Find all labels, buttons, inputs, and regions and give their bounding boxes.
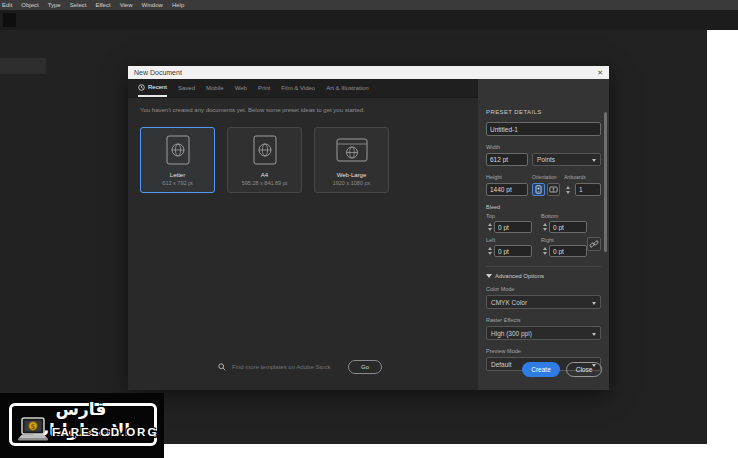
- width-field[interactable]: [486, 153, 528, 166]
- units-select[interactable]: Points: [532, 153, 601, 166]
- landscape-icon: [549, 185, 558, 194]
- preview-mode-value: Default: [491, 361, 512, 368]
- bleed-top-field[interactable]: [494, 221, 532, 233]
- preset-details-panel: PRESET DETAILS Width Points Height Orien…: [478, 79, 609, 390]
- height-label: Height: [486, 174, 532, 180]
- preset-details-header: PRESET DETAILS: [486, 109, 601, 115]
- raster-effects-select[interactable]: High (300 ppi): [486, 326, 601, 340]
- watermark-site-text: FARESCD.ORG: [52, 426, 158, 438]
- tab-mobile[interactable]: Mobile: [206, 79, 224, 97]
- bleed-bottom-label: Bottom: [541, 213, 596, 219]
- stepper-down-icon: [488, 252, 492, 255]
- orientation-portrait-button[interactable]: [532, 183, 545, 196]
- menu-item-help[interactable]: Help: [172, 2, 184, 8]
- bleed-settings: Top Bottom: [486, 213, 601, 257]
- chevron-down-icon: [592, 302, 596, 305]
- preset-name: Web-Large: [337, 172, 367, 178]
- artboards-field[interactable]: [575, 183, 601, 196]
- stepper-down-icon: [566, 191, 570, 194]
- bleed-left-stepper[interactable]: [486, 247, 494, 255]
- close-icon[interactable]: ✕: [597, 69, 603, 76]
- tab-label: Film & Video: [281, 85, 315, 91]
- bleed-bottom-field[interactable]: [549, 221, 587, 233]
- artboards-label: Artboards: [564, 174, 601, 180]
- link-bleed-values-button[interactable]: [587, 237, 601, 251]
- tab-label: Art & Illustration: [326, 85, 368, 91]
- preset-card-letter[interactable]: Letter 612 x 792 pt: [140, 127, 215, 193]
- chevron-down-icon: [592, 159, 596, 162]
- go-button[interactable]: Go: [348, 360, 382, 374]
- preset-dimensions: 595.28 x 841.89 pt: [242, 180, 288, 186]
- stepper-up-icon: [566, 186, 570, 189]
- panel-scrollbar[interactable]: [604, 112, 607, 252]
- dialog-tabs: Recent Saved Mobile Web Print Film & Vid…: [128, 79, 478, 98]
- preset-card-web-large[interactable]: Web-Large 1920 x 1080 px: [314, 127, 389, 193]
- menu-item-object[interactable]: Object: [21, 2, 38, 8]
- tab-film-video[interactable]: Film & Video: [281, 79, 315, 97]
- bleed-top-label: Top: [486, 213, 541, 219]
- chevron-down-icon: [592, 333, 596, 336]
- app-screenshot: Edit Object Type Select Effect View Wind…: [0, 0, 738, 458]
- create-button[interactable]: Create: [522, 362, 560, 377]
- new-document-dialog: New Document ✕ Recent Saved Mobile Web: [128, 66, 609, 390]
- bleed-top-stepper[interactable]: [486, 223, 494, 231]
- preset-name: A4: [261, 172, 268, 178]
- color-mode-label: Color Mode: [486, 286, 601, 292]
- width-label: Width: [486, 144, 601, 150]
- close-button[interactable]: Close: [566, 362, 602, 377]
- clock-icon: [138, 84, 145, 91]
- template-search: Go: [218, 359, 382, 375]
- chevron-down-icon: [486, 274, 492, 278]
- section-divider: [486, 266, 601, 267]
- toolbar-tile[interactable]: [3, 13, 16, 27]
- portrait-icon: [534, 185, 543, 194]
- advanced-options-toggle[interactable]: Advanced Options: [486, 273, 601, 279]
- color-mode-select[interactable]: CMYK Color: [486, 295, 601, 309]
- menu-item-edit[interactable]: Edit: [2, 2, 12, 8]
- tab-recent[interactable]: Recent: [138, 79, 167, 97]
- dialog-body: Recent Saved Mobile Web Print Film & Vid…: [128, 79, 609, 390]
- tab-print[interactable]: Print: [258, 79, 270, 97]
- height-field[interactable]: [486, 183, 528, 196]
- preset-cards: Letter 612 x 792 pt A4: [140, 127, 389, 193]
- tab-saved[interactable]: Saved: [178, 79, 195, 97]
- search-input[interactable]: [232, 364, 342, 370]
- stepper-up-icon: [488, 223, 492, 226]
- artboards-stepper[interactable]: [564, 186, 571, 194]
- menu-item-view[interactable]: View: [120, 2, 133, 8]
- tab-web[interactable]: Web: [235, 79, 247, 97]
- menu-item-effect[interactable]: Effect: [95, 2, 110, 8]
- bleed-bottom-stepper[interactable]: [541, 223, 549, 231]
- bleed-right-field[interactable]: [549, 245, 587, 257]
- bleed-right-stepper[interactable]: [541, 247, 549, 255]
- menu-bar: Edit Object Type Select Effect View Wind…: [0, 0, 738, 10]
- stepper-down-icon: [543, 252, 547, 255]
- menu-item-select[interactable]: Select: [70, 2, 87, 8]
- chain-link-icon: [589, 239, 599, 249]
- stepper-up-icon: [543, 223, 547, 226]
- dialog-title: New Document: [134, 69, 182, 76]
- preset-card-a4[interactable]: A4 595.28 x 841.89 pt: [227, 127, 302, 193]
- orientation-toggle: [532, 183, 560, 196]
- stepper-down-icon: [543, 228, 547, 231]
- tab-label: Web: [235, 85, 247, 91]
- menu-item-type[interactable]: Type: [48, 2, 61, 8]
- document-icon: [166, 135, 190, 165]
- document-icon: [253, 135, 277, 165]
- bleed-left-field[interactable]: [494, 245, 532, 257]
- menu-item-window[interactable]: Window: [142, 2, 163, 8]
- preset-dimensions: 612 x 792 pt: [162, 180, 192, 186]
- document-name-field[interactable]: [486, 122, 601, 136]
- browser-globe-icon: [336, 138, 368, 162]
- orientation-landscape-button[interactable]: [547, 183, 560, 196]
- svg-text:$: $: [31, 423, 35, 431]
- empty-state-message: You haven't created any documents yet. B…: [140, 107, 478, 113]
- orientation-label: Orientation: [532, 174, 564, 180]
- preview-mode-label: Preview Mode: [486, 348, 601, 354]
- raster-effects-label: Raster Effects: [486, 317, 601, 323]
- stepper-down-icon: [488, 228, 492, 231]
- advanced-options-label: Advanced Options: [495, 273, 544, 279]
- tab-art-illustration[interactable]: Art & Illustration: [326, 79, 368, 97]
- side-panel-tab[interactable]: [0, 58, 46, 74]
- tab-label: Recent: [148, 84, 167, 90]
